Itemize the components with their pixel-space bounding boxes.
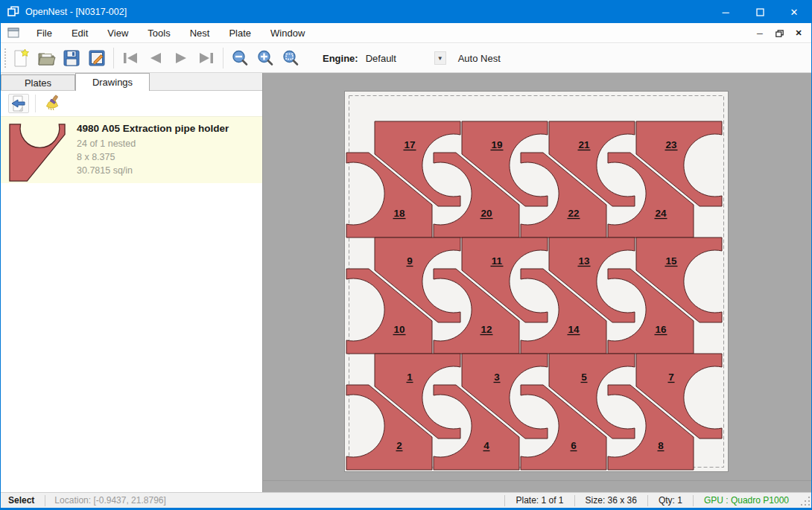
window-title: OpenNest - [N0317-002] (25, 7, 127, 17)
nest-part-label: 8 (658, 440, 664, 451)
save-as-icon (88, 49, 106, 67)
app-icon (7, 6, 19, 18)
nest-plate-svg[interactable]: 171819202122232491011121314151612345678 (345, 92, 728, 471)
next-plate-button[interactable] (168, 46, 194, 70)
engine-label: Engine: (323, 53, 358, 64)
clean-button[interactable] (42, 94, 63, 113)
toolbar-separator (223, 48, 223, 68)
nest-part-label: 5 (581, 372, 587, 383)
resize-grip[interactable] (799, 495, 810, 506)
nest-part-label: 22 (568, 208, 579, 219)
save-icon (63, 49, 80, 67)
part-thumbnail (7, 121, 68, 179)
canvas-divider (263, 480, 811, 481)
nest-part-label: 17 (404, 139, 415, 150)
child-close-button[interactable]: ✕ (790, 26, 807, 41)
go-next-icon (173, 51, 189, 65)
menu-plate[interactable]: Plate (219, 24, 261, 42)
status-plate: Plate: 1 of 1 (505, 495, 574, 506)
zoom-out-icon (231, 49, 249, 67)
document-window-icon (7, 28, 19, 38)
menu-file[interactable]: File (27, 24, 62, 42)
nest-part-label: 7 (668, 372, 674, 383)
drawing-title: 4980 A05 Extraction pipe holder (77, 123, 256, 134)
zoom-in-icon (256, 49, 274, 67)
sidebar: Plates Drawings (1, 73, 263, 492)
nest-part-label: 21 (578, 139, 590, 150)
nest-part-label: 2 (396, 440, 402, 451)
drawing-area: 30.7815 sq/in (77, 164, 256, 177)
zoom-fit-button[interactable] (278, 46, 303, 70)
child-minimize-button[interactable]: ─ (752, 26, 768, 41)
engine-combobox[interactable]: Default ▼ (364, 50, 446, 66)
toolbar-separator (113, 48, 114, 68)
menu-bar: File Edit View Tools Nest Plate Window ─… (1, 23, 811, 43)
nest-part-label: 13 (578, 255, 590, 267)
drawing-size: 8 x 8.375 (77, 150, 256, 164)
open-folder-icon (37, 49, 56, 67)
sidebar-toolbar-separator (35, 95, 36, 112)
sidebar-tabs: Plates Drawings (1, 73, 262, 91)
menu-edit[interactable]: Edit (62, 24, 98, 42)
nest-part-label: 18 (393, 208, 405, 219)
send-to-plate-button[interactable] (8, 94, 29, 113)
nest-canvas[interactable]: 171819202122232491011121314151612345678 (263, 73, 811, 492)
menu-view[interactable]: View (98, 24, 138, 42)
auto-nest-button[interactable]: Auto Nest (458, 53, 501, 64)
drawing-nested-count: 24 of 1 nested (77, 137, 256, 150)
zoom-fit-icon (282, 49, 299, 67)
maximize-button[interactable] (743, 1, 777, 23)
nest-part-label: 24 (655, 208, 667, 219)
send-back-arrow-icon (10, 95, 27, 112)
nest-part-label: 14 (568, 324, 580, 335)
save-button[interactable] (59, 46, 84, 70)
open-button[interactable] (34, 46, 59, 70)
menu-nest[interactable]: Nest (180, 24, 220, 42)
nest-part-label: 4 (483, 440, 489, 451)
nest-part-label: 11 (492, 255, 503, 267)
status-bar: Select Location: [-0.9437, 21.8796] Plat… (1, 492, 811, 508)
new-button[interactable] (8, 46, 34, 70)
zoom-out-button[interactable] (227, 46, 253, 70)
close-button[interactable]: ✕ (777, 1, 811, 23)
plate[interactable]: 171819202122232491011121314151612345678 (344, 91, 729, 472)
nest-part-label: 12 (480, 324, 492, 335)
sidebar-toolbar (1, 91, 262, 116)
child-restore-button[interactable] (771, 26, 787, 41)
main-toolbar: Engine: Default ▼ Auto Nest (1, 44, 811, 73)
nest-part-label: 15 (665, 255, 677, 267)
chevron-down-icon[interactable]: ▼ (434, 51, 446, 65)
restore-icon (775, 30, 784, 37)
last-plate-button[interactable] (194, 46, 219, 70)
status-location: Location: [-0.9437, 21.8796] (45, 495, 174, 506)
menu-window[interactable]: Window (261, 24, 314, 42)
broom-icon (44, 95, 60, 112)
nest-part-label: 1 (407, 372, 413, 383)
go-last-icon (197, 51, 215, 65)
nest-part-label: 20 (480, 208, 492, 219)
zoom-in-button[interactable] (253, 46, 278, 70)
previous-plate-button[interactable] (143, 46, 168, 70)
drawing-list-item[interactable]: 4980 A05 Extraction pipe holder 24 of 1 … (1, 116, 262, 183)
menu-tools[interactable]: Tools (138, 24, 180, 42)
save-as-button[interactable] (84, 46, 110, 70)
first-plate-button[interactable] (118, 46, 143, 70)
minimize-button[interactable]: ─ (708, 1, 743, 23)
tab-drawings[interactable]: Drawings (75, 73, 150, 91)
status-gpu: GPU : Quadro P1000 (694, 495, 799, 506)
nest-part-label: 3 (494, 372, 500, 383)
window-border (1, 508, 811, 509)
part-shape-thumbnail (8, 123, 66, 182)
tab-plates[interactable]: Plates (1, 74, 75, 90)
go-previous-icon (148, 51, 164, 65)
nest-part-label: 6 (571, 440, 577, 451)
engine-value: Default (364, 53, 434, 64)
status-qty: Qty: 1 (648, 495, 693, 506)
nest-part-label: 19 (491, 139, 502, 150)
nest-part-label: 16 (655, 324, 667, 335)
app-window: OpenNest - [N0317-002] ─ ✕ File Edit Vie… (0, 0, 812, 510)
status-size: Size: 36 x 36 (575, 495, 647, 506)
title-bar: OpenNest - [N0317-002] ─ ✕ (1, 1, 811, 23)
nest-part-label: 9 (407, 255, 413, 267)
nest-part-label: 10 (393, 324, 405, 335)
